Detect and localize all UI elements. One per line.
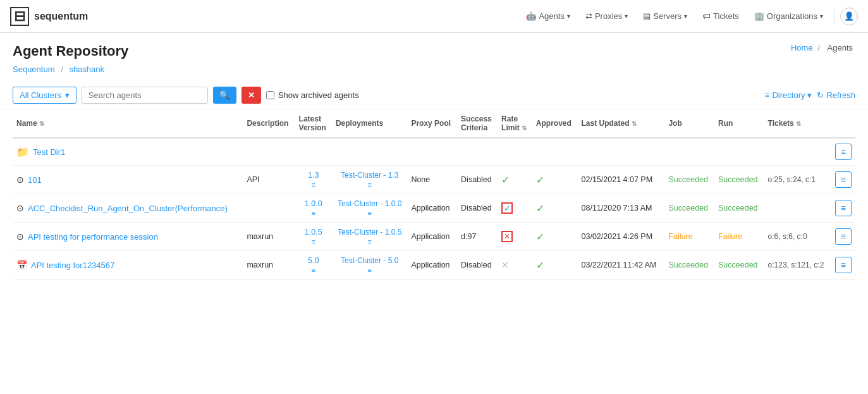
sub-org-link[interactable]: Sequentum [13,65,55,74]
approved-check-icon: ✓ [536,175,544,185]
show-archived-label[interactable]: Show archived agents [266,90,359,100]
user-avatar[interactable]: 👤 [840,8,858,25]
nav-items: 🤖 Agents ▾ ⇄ Proxies ▾ ▤ Servers ▾ 🏷 Tic… [520,8,858,25]
table-row: 📁 Test Dir1 ≡ [13,138,855,166]
table-row: ⊙ API testing for performance session ma… [13,223,855,251]
agent-tickets-cell [764,194,831,223]
agent-job-cell: Succeeded [664,194,714,223]
nav-proxies[interactable]: ⇄ Proxies ▾ [579,8,634,25]
cluster-caret: ▾ [65,90,70,100]
refresh-button[interactable]: ↻ Refresh [817,90,855,100]
approved-check-icon: ✓ [536,231,544,242]
dir-name-link[interactable]: Test Dir1 [33,147,65,157]
agent-menu-button[interactable]: ≡ [835,257,852,273]
breadcrumb-home[interactable]: Home [791,43,813,52]
version-link[interactable]: 5.0 [308,256,319,265]
agent-tickets-cell: o:123, s:121, c:2 [764,251,831,280]
target-icon: ⊙ [16,175,24,185]
directory-button[interactable]: ≡ Directory ▾ [765,90,812,100]
calendar-icon: 📅 [16,260,27,270]
nav-tickets[interactable]: 🏷 Tickets [696,8,745,25]
logo-icon: ⊟ [10,7,29,26]
agent-menu-button[interactable]: ≡ [835,200,852,216]
version-link[interactable]: 1.0.5 [305,228,322,237]
col-description: Description [243,109,295,138]
agent-name-cell: ⊙ ACC_Checklist_Run_Agent_On_Cluster(Per… [13,194,243,223]
sub-breadcrumb: Sequentum / shashank [0,65,868,82]
search-input[interactable] [82,87,208,104]
clear-button[interactable]: ✕ [241,87,261,104]
show-archived-checkbox[interactable] [266,91,274,99]
version-link[interactable]: 1.0.0 [305,199,322,208]
agent-name-link[interactable]: API testing for1234567 [31,261,114,270]
agent-proxy-cell: Application [407,223,457,251]
search-button[interactable]: 🔍 [213,87,236,104]
nav-agents[interactable]: 🤖 Agents ▾ [520,8,576,25]
agent-desc-cell: API [243,166,295,194]
rate-limit-x-gray: ✕ [501,260,509,270]
agent-approved-cell: ✓ [532,166,578,194]
name-sort-icon[interactable]: ⇅ [39,120,44,127]
agent-rate-limit-cell: ✓ [498,166,532,194]
agent-tickets-cell: o:25, s:24, c:1 [764,166,831,194]
agent-rate-limit-cell: ✕ [498,251,532,280]
agent-success-cell: Disabled [457,194,498,223]
agent-name-link[interactable]: API testing for performance session [28,232,158,242]
tickets-sort-icon[interactable]: ⇅ [796,120,801,127]
proxies-caret: ▾ [625,13,628,20]
toolbar-right: ≡ Directory ▾ ↻ Refresh [765,90,855,100]
rate-limit-checkbox-checked[interactable]: ✓ [501,202,513,214]
table-row: 📅 API testing for1234567 maxrun 5.0 ≡ Te… [13,251,855,280]
cluster-dropdown[interactable]: All Clusters ▾ [13,87,76,104]
agent-tickets-cell: o:6, s:6, c:0 [764,223,831,251]
agent-name-cell: ⊙ 101 [13,166,243,194]
nav-divider [834,9,835,24]
agent-name-link[interactable]: 101 [28,175,42,185]
shuffle-icon: ⇄ [585,11,592,21]
deploy-link[interactable]: Test-Cluster - 1.3 [341,171,398,180]
deploy-link[interactable]: Test-Cluster - 5.0 [341,256,398,265]
agents-caret: ▾ [567,13,570,20]
agent-job-cell: Succeeded [664,251,714,280]
breadcrumb-current: Agents [828,43,853,52]
agent-name-link[interactable]: ACC_Checklist_Run_Agent_On_Cluster(Perfo… [28,204,228,213]
agent-menu-button[interactable]: ≡ [835,228,852,245]
refresh-label: Refresh [826,90,855,100]
page-title: Agent Repository [13,43,128,59]
deploy-link[interactable]: Test-Cluster - 1.0.5 [338,228,401,237]
logo[interactable]: ⊟ sequentum [10,7,88,26]
table-header: Name ⇅ Description LatestVersion Deploym… [13,109,855,138]
nav-servers[interactable]: ▤ Servers ▾ [637,8,694,25]
deploy-icon: ≡ [367,209,371,217]
cluster-label: All Clusters [20,90,61,100]
app-name: sequentum [34,11,88,22]
approved-check-icon: ✓ [536,203,544,214]
directory-label: Directory [772,90,805,100]
nav-organizations[interactable]: 🏢 Organizations ▾ [748,8,829,25]
dir-menu-button[interactable]: ≡ [835,144,852,160]
agent-updated-cell: 03/22/2021 11:42 AM [578,251,665,280]
directory-icon: ≡ [765,90,770,100]
directory-caret: ▾ [807,90,812,100]
rate-limit-sort-icon[interactable]: ⇅ [522,125,527,132]
agent-action-cell: ≡ [831,194,855,223]
agent-version-cell: 1.3 ≡ [295,166,332,194]
agent-rate-limit-cell: ✕ [498,223,532,251]
servers-caret: ▾ [684,13,687,20]
agent-deploy-cell: Test-Cluster - 1.0.0 ≡ [332,194,407,223]
folder-icon: 📁 [16,146,29,158]
sub-sep: / [61,65,63,74]
agent-proxy-cell: Application [407,194,457,223]
col-job: Job [664,109,714,138]
agent-success-cell: Disabled [457,251,498,280]
target-icon: ⊙ [16,203,24,213]
col-last-updated: Last Updated ⇅ [578,109,665,138]
rate-limit-checkbox-x[interactable]: ✕ [501,231,513,242]
col-run: Run [714,109,764,138]
col-actions [831,109,855,138]
sub-user-link[interactable]: shashank [69,65,104,74]
last-updated-sort-icon[interactable]: ⇅ [632,120,637,127]
agent-menu-button[interactable]: ≡ [835,171,852,188]
version-link[interactable]: 1.3 [308,171,319,180]
deploy-link[interactable]: Test-Cluster - 1.0.0 [338,199,401,208]
